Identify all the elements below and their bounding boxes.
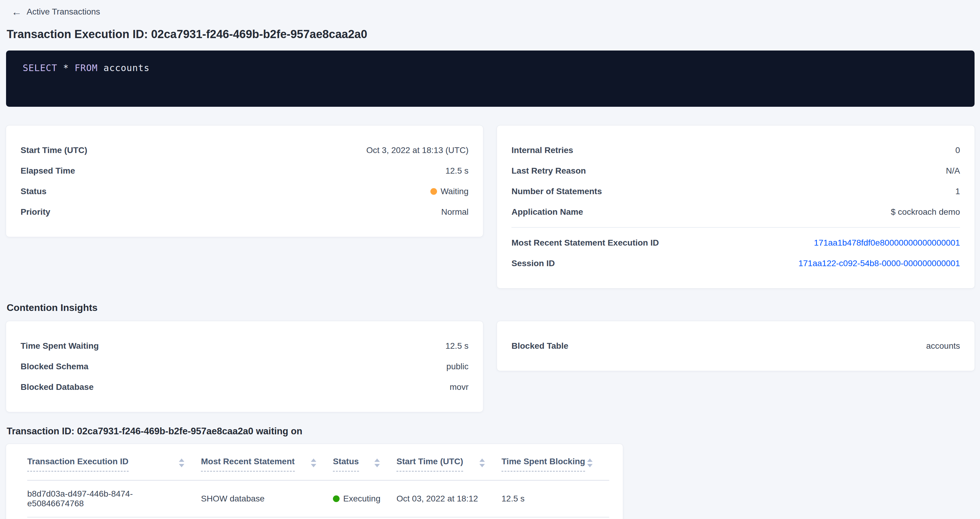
overview-cards: Start Time (UTC) Oct 3, 2022 at 18:13 (U… xyxy=(6,125,975,288)
sort-desc-icon xyxy=(311,464,316,467)
elapsed-time-value: 12.5 s xyxy=(445,166,469,176)
elapsed-time-label: Elapsed Time xyxy=(21,166,75,176)
priority-row: Priority Normal xyxy=(21,202,469,222)
start-time-value: Oct 3, 2022 at 18:13 (UTC) xyxy=(366,146,469,155)
blocked-schema-row: Blocked Schema public xyxy=(21,356,469,377)
card-divider xyxy=(511,227,960,228)
last-retry-reason-value: N/A xyxy=(946,166,960,176)
table-header-row: Transaction Execution ID Most Recent Sta… xyxy=(27,457,609,471)
contention-insights-heading: Contention Insights xyxy=(7,302,975,313)
status-label: Status xyxy=(21,187,47,196)
column-header-most-recent-statement[interactable]: Most Recent Statement xyxy=(201,457,333,471)
sort-asc-icon xyxy=(479,459,485,462)
contention-card-right: Blocked Table accounts xyxy=(497,321,975,371)
column-header-time-spent-blocking[interactable]: Time Spent Blocking xyxy=(501,457,609,471)
statement-execution-id-row: Most Recent Statement Execution ID 171aa… xyxy=(511,233,960,253)
last-retry-reason-label: Last Retry Reason xyxy=(511,166,586,176)
column-header-label: Transaction Execution ID xyxy=(27,457,129,471)
contention-card-left: Time Spent Waiting 12.5 s Blocked Schema… xyxy=(6,321,483,412)
column-header-start-time[interactable]: Start Time (UTC) xyxy=(396,457,501,471)
statement-execution-id-link[interactable]: 171aa1b478fdf0e80000000000000001 xyxy=(814,238,960,248)
column-header-transaction-execution-id[interactable]: Transaction Execution ID xyxy=(27,457,201,471)
internal-retries-label: Internal Retries xyxy=(511,146,573,155)
sort-icon[interactable] xyxy=(374,457,380,467)
sort-icon[interactable] xyxy=(479,457,485,467)
priority-value: Normal xyxy=(441,207,469,217)
number-of-statements-value: 1 xyxy=(955,187,960,196)
table-row: b8d7d03a-d497-446b-8474-e50846674768 SHO… xyxy=(27,481,609,517)
back-arrow-icon: ← xyxy=(11,7,22,17)
overview-card-right: Internal Retries 0 Last Retry Reason N/A… xyxy=(497,125,975,288)
sort-icon[interactable] xyxy=(587,457,593,467)
sql-statement-box: SELECT * FROM accounts xyxy=(6,51,975,107)
session-id-row: Session ID 171aa122-c092-54b8-0000-00000… xyxy=(511,253,960,274)
sort-asc-icon xyxy=(179,459,184,462)
sql-keyword-from: FROM xyxy=(75,63,98,73)
column-header-label: Most Recent Statement xyxy=(201,457,295,471)
start-time-label: Start Time (UTC) xyxy=(21,146,87,155)
time-spent-waiting-value: 12.5 s xyxy=(445,341,469,351)
start-time-row: Start Time (UTC) Oct 3, 2022 at 18:13 (U… xyxy=(21,140,469,160)
elapsed-time-row: Elapsed Time 12.5 s xyxy=(21,160,469,181)
application-name-label: Application Name xyxy=(511,207,583,217)
back-link[interactable]: ← Active Transactions xyxy=(11,7,100,17)
column-header-label: Start Time (UTC) xyxy=(396,457,463,471)
cell-transaction-execution-id: b8d7d03a-d497-446b-8474-e50846674768 xyxy=(27,489,201,508)
status-row: Status Waiting xyxy=(21,181,469,202)
cell-start-time: Oct 03, 2022 at 18:12 xyxy=(396,494,501,503)
internal-retries-row: Internal Retries 0 xyxy=(511,140,960,160)
cell-status: Executing xyxy=(333,494,396,503)
status-value: Waiting xyxy=(430,187,469,196)
session-id-link[interactable]: 171aa122-c092-54b8-0000-000000000001 xyxy=(799,259,960,268)
application-name-row: Application Name $ cockroach demo xyxy=(511,202,960,222)
sort-icon[interactable] xyxy=(179,457,184,467)
sort-desc-icon xyxy=(479,464,485,467)
contention-cards: Time Spent Waiting 12.5 s Blocked Schema… xyxy=(6,321,975,412)
sort-desc-icon xyxy=(587,464,593,467)
sort-icon[interactable] xyxy=(311,457,316,467)
priority-label: Priority xyxy=(21,207,50,217)
statement-execution-id-label: Most Recent Statement Execution ID xyxy=(511,238,659,248)
column-header-status[interactable]: Status xyxy=(333,457,396,471)
sort-desc-icon xyxy=(374,464,380,467)
time-spent-waiting-row: Time Spent Waiting 12.5 s xyxy=(21,336,469,356)
sql-table-name: accounts xyxy=(103,63,150,73)
sql-keyword-select: SELECT xyxy=(23,63,57,73)
blocked-table-label: Blocked Table xyxy=(511,341,568,351)
sort-asc-icon xyxy=(587,459,593,462)
waiting-on-heading: Transaction ID: 02ca7931-f246-469b-b2fe-… xyxy=(7,426,975,437)
session-id-label: Session ID xyxy=(511,259,555,268)
sql-star: * xyxy=(63,63,69,73)
last-retry-reason-row: Last Retry Reason N/A xyxy=(511,160,960,181)
waiting-on-table-card: Transaction Execution ID Most Recent Sta… xyxy=(6,444,623,519)
column-header-label: Status xyxy=(333,457,359,471)
blocked-database-label: Blocked Database xyxy=(21,382,94,392)
sort-asc-icon xyxy=(311,459,316,462)
time-spent-waiting-label: Time Spent Waiting xyxy=(21,341,99,351)
page-title: Transaction Execution ID: 02ca7931-f246-… xyxy=(7,28,975,41)
sort-desc-icon xyxy=(179,464,184,467)
overview-card-left: Start Time (UTC) Oct 3, 2022 at 18:13 (U… xyxy=(6,125,483,237)
sort-asc-icon xyxy=(374,459,380,462)
column-header-label: Time Spent Blocking xyxy=(501,457,585,471)
blocked-table-value: accounts xyxy=(926,341,960,351)
cell-time-spent-blocking: 12.5 s xyxy=(501,494,609,503)
blocked-schema-value: public xyxy=(446,362,469,371)
cell-most-recent-statement: SHOW database xyxy=(201,494,333,503)
status-waiting-dot-icon xyxy=(430,188,437,195)
blocked-database-row: Blocked Database movr xyxy=(21,377,469,397)
cell-status-text: Executing xyxy=(343,494,380,503)
back-link-label: Active Transactions xyxy=(27,7,100,17)
blocked-schema-label: Blocked Schema xyxy=(21,362,88,371)
application-name-value: $ cockroach demo xyxy=(891,207,960,217)
internal-retries-value: 0 xyxy=(955,146,960,155)
status-executing-dot-icon xyxy=(333,495,340,502)
status-value-text: Waiting xyxy=(441,187,469,196)
blocked-database-value: movr xyxy=(450,382,469,392)
number-of-statements-row: Number of Statements 1 xyxy=(511,181,960,202)
blocked-table-row: Blocked Table accounts xyxy=(511,336,960,356)
number-of-statements-label: Number of Statements xyxy=(511,187,602,196)
